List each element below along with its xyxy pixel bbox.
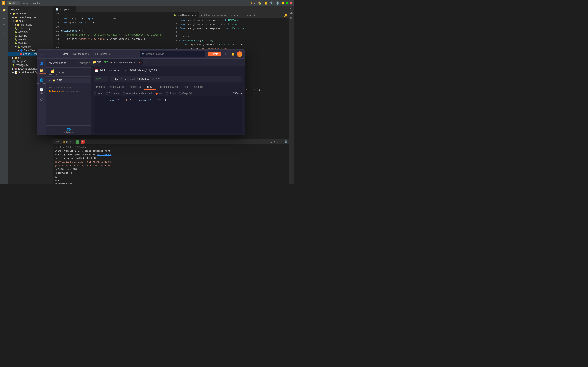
pm-add-icon[interactable]: +: [59, 71, 60, 74]
tab-request-py[interactable]: request.py: [229, 12, 244, 18]
tabs-notification[interactable]: 🔔: [282, 13, 289, 17]
maximize-btn[interactable]: [286, 2, 288, 4]
pm-method-select[interactable]: GET ▼: [94, 76, 108, 82]
run-more-btn[interactable]: ⋮: [88, 140, 91, 143]
pm-opt-tests[interactable]: Tests: [181, 84, 192, 90]
pm-filter-icon[interactable]: ⊞: [62, 71, 64, 74]
pm-sidebar-history[interactable]: 🕐 History: [37, 86, 46, 95]
pm-opt-pre-request[interactable]: Pre-request Script: [156, 84, 181, 90]
pm-env-icon-btn[interactable]: 🌐 Environments: [63, 127, 74, 133]
pm-sidebar-environments[interactable]: 🌐 Environments: [37, 77, 46, 86]
close-btn[interactable]: [290, 2, 292, 4]
pm-radio-urlencoded-btn[interactable]: [123, 92, 125, 95]
ide-topbar: J 🐍 drf ▼ Version control ▼ dj drf 🐍 🔔 🔍…: [0, 0, 294, 6]
pm-search-bar[interactable]: 🔍 Search Postman: [140, 51, 205, 57]
pm-radio-raw[interactable]: raw: [155, 92, 162, 95]
right-sidebar-icon3[interactable]: ▤: [290, 17, 293, 20]
tree-item-migrations[interactable]: ▶ 📁 migrations: [8, 23, 53, 26]
pm-add-request-link[interactable]: Add a request: [49, 90, 63, 92]
version-control[interactable]: Version control ▼: [21, 1, 42, 5]
pm-sidebar-collections[interactable]: 📁 Collections: [37, 67, 46, 76]
pm-home-link[interactable]: Home: [60, 52, 70, 56]
pm-opt-auth[interactable]: Authorization: [107, 84, 126, 90]
scroll-down[interactable]: ▼: [273, 140, 276, 143]
pm-notification-icon[interactable]: 🔔: [230, 51, 235, 57]
ide-folder-icon[interactable]: 📁: [2, 8, 7, 13]
run-scroll-lock[interactable]: ↓: [280, 140, 281, 143]
pm-radio-none-btn[interactable]: [94, 92, 96, 95]
tree-item-init[interactable]: 🐍 __init__.py: [8, 26, 53, 30]
pm-radio-graphql-btn[interactable]: [179, 92, 181, 95]
pm-opt-params[interactable]: Params: [94, 84, 107, 90]
pm-settings-icon[interactable]: ⚙: [222, 51, 228, 57]
tree-item-venv[interactable]: ▶ 📁 .venv library root: [8, 16, 53, 19]
run-config[interactable]: dj drf ✕: [61, 140, 73, 143]
tree-item-admin[interactable]: 🐍 admin.py: [8, 30, 53, 34]
run-filter[interactable]: ⎷: [277, 140, 279, 143]
pm-coll-empty: This collection is empty Add a request t…: [46, 83, 91, 96]
pm-radio-raw-btn[interactable]: [155, 92, 158, 95]
project-selector[interactable]: 🐍 drf ▼: [7, 1, 20, 5]
tree-item-apps[interactable]: 🐍 apps.py: [8, 34, 53, 38]
run-wrap[interactable]: ↵: [281, 140, 284, 143]
run-clear[interactable]: 🗑️: [284, 140, 288, 143]
pm-collections-panel: My Workspace New Import 🗂️ Collections +: [46, 58, 91, 135]
pm-invite-btn[interactable]: + Invite: [208, 52, 221, 56]
pm-avatar[interactable]: P: [237, 51, 242, 57]
run-restart-btn[interactable]: ↺: [76, 140, 79, 144]
pm-forward-btn[interactable]: ›: [52, 52, 57, 57]
pm-body-code[interactable]: 1 { "username" : "张三" , "password" : "12…: [94, 97, 242, 133]
tree-item-app01[interactable]: ▼ 📁 app01: [8, 19, 53, 23]
tree-item-models[interactable]: 🐍 models.py: [8, 38, 53, 41]
pm-radio-urlencoded[interactable]: x-www-form-urlencoded: [123, 92, 152, 95]
pm-opt-body[interactable]: Body •: [144, 84, 156, 90]
settings-icon[interactable]: ⚙️: [276, 1, 279, 5]
pm-radio-binary[interactable]: binary: [166, 92, 176, 95]
pm-body-format-selector[interactable]: JSON ▼: [233, 92, 242, 95]
tab-close-urls[interactable]: ✕: [68, 8, 70, 10]
pm-collection-icon-btn[interactable]: 🗂️ Collections: [48, 69, 57, 75]
pm-workspaces-dropdown[interactable]: Workspaces ▼: [71, 52, 91, 56]
pm-drf-folder-tab[interactable]: 📁 DRF: [93, 58, 101, 66]
pm-opt-settings[interactable]: Settings: [192, 84, 205, 90]
run-output[interactable]: May 01, 2024 - 12:56:25 Django version 5…: [53, 145, 289, 184]
ide-right-sidebar: ⊡ ⬤ ▤: [289, 6, 294, 184]
tab-base-py[interactable]: base ▼: [244, 12, 258, 18]
pm-add-tab[interactable]: +: [143, 60, 148, 64]
ide-git-icon[interactable]: ⑂: [2, 22, 7, 27]
right-sidebar-icon2[interactable]: ⬤: [290, 12, 293, 15]
pm-panel-header: My Workspace New Import: [46, 58, 91, 67]
pm-menu-btn[interactable]: ☰: [39, 52, 44, 57]
pm-opt-headers[interactable]: Headers (8): [126, 84, 144, 90]
tree-item-tests[interactable]: 🐍 tests.py: [8, 41, 53, 45]
pm-radio-binary-btn[interactable]: [166, 92, 168, 95]
pm-collection-drf[interactable]: ▼ 📁 DRF: [46, 78, 91, 83]
pm-back-btn[interactable]: ‹: [47, 52, 52, 57]
pm-more-icon[interactable]: ⋯: [86, 71, 89, 74]
scroll-up[interactable]: ▲: [270, 140, 272, 143]
run-stop-btn[interactable]: ■: [81, 140, 85, 144]
search-icon[interactable]: 🔍: [270, 1, 273, 5]
tab-run[interactable]: Run: [55, 140, 59, 144]
minimize-btn[interactable]: [282, 2, 284, 4]
notification-icon[interactable]: 🔔: [264, 1, 267, 5]
pm-sidebar-user[interactable]: 👤: [37, 60, 46, 67]
tree-item-views[interactable]: ▼ 🐍 views.py: [8, 45, 53, 49]
tab-rest-views[interactable]: rest_framework\views.py: [199, 12, 229, 18]
tab-close-views[interactable]: ✕: [194, 14, 196, 16]
pm-sidebar-flows[interactable]: ⬡: [37, 96, 46, 102]
pm-import-btn[interactable]: Import: [84, 61, 89, 66]
ide-more-icon[interactable]: ···: [2, 30, 7, 35]
tree-item-drf[interactable]: ▼ 📁 drf E:\drf: [8, 12, 53, 16]
ide-structure-icon[interactable]: ⬡: [2, 15, 7, 20]
right-sidebar-icon1[interactable]: ⊡: [290, 7, 293, 10]
pm-url-input[interactable]: http://localhost:8000/demo/v1/123: [110, 76, 242, 82]
pm-radio-form-data[interactable]: form-data: [106, 92, 119, 95]
pm-radio-form-data-btn[interactable]: [106, 92, 108, 95]
pm-radio-none[interactable]: none: [94, 92, 102, 95]
pm-active-request-tab[interactable]: GET GET http://localhost:8000/d...: [101, 58, 143, 66]
tab-urls-py[interactable]: 📄 urls.py ✕ ≡: [53, 6, 76, 12]
tab-views-py[interactable]: 🐍 app01\views.py ✕: [171, 12, 199, 18]
pm-radio-graphql[interactable]: GraphQL: [179, 92, 192, 95]
pm-api-network-dropdown[interactable]: API Network ▼: [92, 52, 112, 56]
